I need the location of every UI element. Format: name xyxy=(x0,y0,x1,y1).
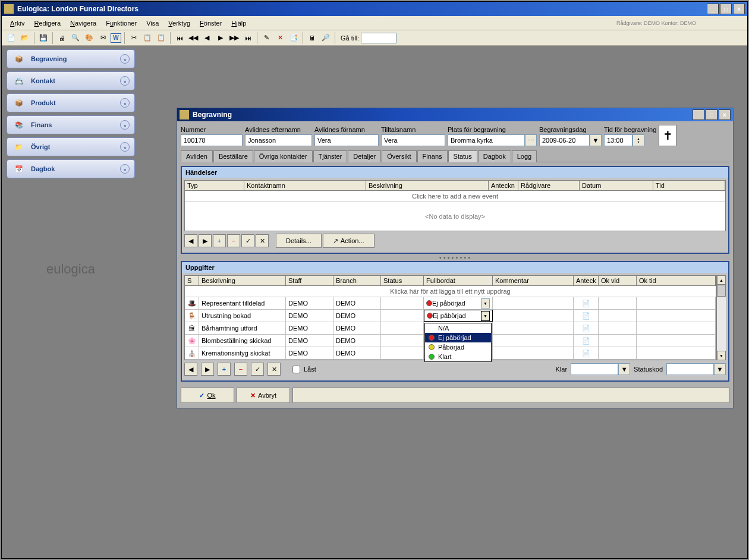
note-icon[interactable]: 📄 xyxy=(574,297,599,309)
fullbordat-cell[interactable]: Ej påbörjad▼ xyxy=(424,297,493,309)
tab-avliden[interactable]: Avliden xyxy=(181,150,213,162)
delete-icon[interactable]: ✕ xyxy=(274,32,286,44)
menu-verktyg[interactable]: Verktyg xyxy=(163,18,195,29)
menu-visa[interactable]: Visa xyxy=(141,18,163,29)
ok-button[interactable]: ✓Ok xyxy=(181,388,234,403)
preview-icon[interactable]: 🔍 xyxy=(70,32,81,44)
grid-confirm-button[interactable]: ✓ xyxy=(241,234,254,247)
fullbordat-dropdown[interactable]: N/A Ej påbörjad Påbörjad Klart xyxy=(424,323,492,362)
first-icon[interactable]: ⏮ xyxy=(174,32,185,44)
tab-dagbok[interactable]: Dagbok xyxy=(478,150,511,162)
search-icon[interactable]: 🔎 xyxy=(320,32,332,44)
table-row[interactable]: 🎩 Representant tilldelad DEMO DEMO Ej på… xyxy=(185,297,716,310)
col-fullbordat[interactable]: Fullbordat xyxy=(424,276,493,285)
fornamn-input[interactable] xyxy=(314,134,379,146)
col-datum[interactable]: Datum xyxy=(580,181,653,190)
grid-next-button[interactable]: ▶ xyxy=(199,234,212,247)
splitter-handle[interactable]: ▼▼▼▼▼▼▼▼ xyxy=(181,256,729,261)
col-oktid[interactable]: Ok tid xyxy=(637,276,716,285)
col-anteckn[interactable]: Anteckn xyxy=(489,181,518,190)
grid-add-button[interactable]: + xyxy=(213,234,226,247)
paste-icon[interactable]: 📋 xyxy=(155,32,167,44)
statuskod-dropdown-button[interactable]: ▼ xyxy=(714,363,726,375)
tool-icon[interactable]: 🎨 xyxy=(83,32,95,44)
grid-cancel-button[interactable]: ✕ xyxy=(256,234,269,247)
last-icon[interactable]: ⏭ xyxy=(242,32,254,44)
col-tid[interactable]: Tid xyxy=(653,181,725,190)
col-kontaktnamn[interactable]: Kontaktnamn xyxy=(244,181,366,190)
menu-fonster[interactable]: Fönster xyxy=(195,18,226,29)
mail-icon[interactable]: ✉ xyxy=(97,32,109,44)
col-u-beskrivning[interactable]: Beskrivning xyxy=(199,276,286,285)
tab-ovriga-kontakter[interactable]: Övriga kontakter xyxy=(254,150,313,162)
calc-icon[interactable]: 🖩 xyxy=(306,32,318,44)
print-icon[interactable]: 🖨 xyxy=(56,32,68,44)
copy-icon[interactable]: 📋 xyxy=(141,32,153,44)
u-confirm-button[interactable]: ✓ xyxy=(251,363,264,376)
menu-arkiv[interactable]: Arkiv xyxy=(5,18,29,29)
plats-lookup-button[interactable]: ⋯ xyxy=(525,134,537,146)
plats-input[interactable] xyxy=(448,134,525,146)
inner-close-button[interactable]: × xyxy=(719,109,731,120)
sidebar-item-begravning[interactable]: 📦Begravning⌄ xyxy=(7,49,135,68)
u-add-button[interactable]: + xyxy=(218,363,231,376)
goto-input[interactable] xyxy=(361,33,396,43)
inner-maximize-button[interactable]: □ xyxy=(706,109,717,120)
u-remove-button[interactable]: − xyxy=(234,363,247,376)
open-icon[interactable]: 📂 xyxy=(19,32,31,44)
vertical-scrollbar[interactable]: ▲ ▼ xyxy=(716,275,726,360)
col-kommentar[interactable]: Kommentar xyxy=(493,276,574,285)
col-s[interactable]: S xyxy=(185,276,199,285)
dag-input[interactable] xyxy=(539,134,590,146)
menu-navigera[interactable]: Navigera xyxy=(65,18,101,29)
efternamn-input[interactable] xyxy=(245,134,312,146)
dropdown-option-na[interactable]: N/A xyxy=(425,323,491,333)
scroll-thumb[interactable] xyxy=(717,285,726,297)
new-icon[interactable]: 📄 xyxy=(5,32,17,44)
close-button[interactable]: × xyxy=(733,4,745,14)
nummer-input[interactable] xyxy=(181,134,243,146)
col-beskrivning[interactable]: Beskrivning xyxy=(366,181,489,190)
edit-icon[interactable]: ✎ xyxy=(260,32,272,44)
maximize-button[interactable]: □ xyxy=(720,4,732,14)
date-dropdown-button[interactable]: ▼ xyxy=(590,134,602,146)
dropdown-option-ej-paborjad[interactable]: Ej påbörjad xyxy=(425,333,491,342)
note-icon[interactable]: 📄 xyxy=(574,310,599,322)
col-radgivare[interactable]: Rådgivare xyxy=(518,181,580,190)
word-icon[interactable]: W xyxy=(111,33,121,43)
col-anteck[interactable]: Anteck xyxy=(574,276,599,285)
minimize-button[interactable]: _ xyxy=(707,4,719,14)
klar-dropdown-button[interactable]: ▼ xyxy=(618,363,630,375)
time-spin-button[interactable]: ▲▼ xyxy=(632,134,644,146)
note-icon[interactable]: 📄 xyxy=(574,335,599,347)
details-button[interactable]: Details... xyxy=(276,234,322,248)
u-prev-button[interactable]: ◀ xyxy=(184,363,197,376)
statuskod-input[interactable] xyxy=(666,363,714,375)
action-button[interactable]: ↗Action... xyxy=(323,234,374,248)
tid-input[interactable] xyxy=(604,134,632,146)
u-next-button[interactable]: ▶ xyxy=(201,363,214,376)
sidebar-item-produkt[interactable]: 📦Produkt⌄ xyxy=(7,93,135,112)
dropdown-option-klart[interactable]: Klart xyxy=(425,352,491,361)
next-page-icon[interactable]: ▶▶ xyxy=(228,32,240,44)
tilltalsnamn-input[interactable] xyxy=(381,134,445,146)
sidebar-item-finans[interactable]: 📚Finans⌄ xyxy=(7,115,135,134)
uppgifter-add-row[interactable]: Klicka här för att lägga till ett nytt u… xyxy=(185,286,716,297)
tab-bestallare[interactable]: Beställare xyxy=(213,150,253,162)
dropdown-button[interactable]: ▼ xyxy=(481,311,490,321)
tab-logg[interactable]: Logg xyxy=(512,150,537,162)
handelser-add-row[interactable]: Click here to add a new event xyxy=(185,191,725,202)
col-status[interactable]: Status xyxy=(381,276,424,285)
grid-remove-button[interactable]: − xyxy=(227,234,240,247)
note-icon[interactable]: 📄 xyxy=(574,322,599,334)
prev-icon[interactable]: ◀ xyxy=(201,32,213,44)
dropdown-button[interactable]: ▼ xyxy=(481,298,490,309)
menu-redigera[interactable]: Redigera xyxy=(29,18,65,29)
next-icon[interactable]: ▶ xyxy=(215,32,226,44)
sidebar-item-dagbok[interactable]: 📅Dagbok⌄ xyxy=(7,159,135,178)
doc-icon[interactable]: 📑 xyxy=(288,32,300,44)
prev-page-icon[interactable]: ◀◀ xyxy=(187,32,199,44)
col-branch[interactable]: Branch xyxy=(333,276,381,285)
col-okvid[interactable]: Ok vid xyxy=(599,276,637,285)
scroll-down-button[interactable]: ▼ xyxy=(717,351,726,360)
